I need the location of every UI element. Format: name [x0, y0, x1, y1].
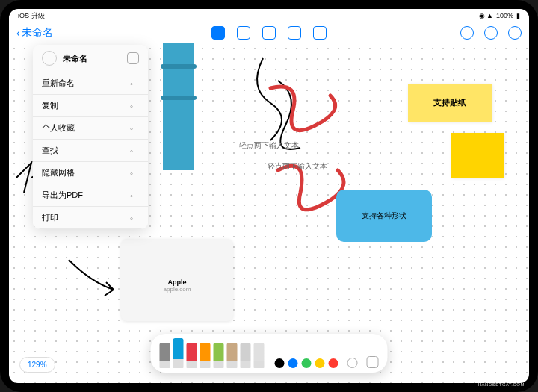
color-picker-icon[interactable] [347, 358, 358, 368]
board-title: 未命名 [22, 26, 53, 40]
battery-text: 100% [496, 12, 513, 19]
status-bar: iOS 升级 ◉ ▲ 100% ▮ [9, 9, 529, 22]
board-header: ‹ 未命名 [9, 22, 529, 43]
dock-more-icon[interactable] [367, 356, 379, 368]
menu-title: 未命名 [63, 53, 121, 64]
header-tools [211, 26, 327, 40]
menu-item-print[interactable]: 打印◦ [33, 207, 148, 229]
pen-tool-3[interactable] [200, 343, 211, 368]
wifi-icon: ◉ ▲ [479, 12, 493, 19]
media-tool-icon[interactable] [313, 26, 327, 40]
tablet-frame: iOS 升级 ◉ ▲ 100% ▮ ‹ 未命名 [0, 0, 538, 392]
watermark: Handset Cat HANDSETCAT.COM [478, 376, 525, 388]
menu-share-icon[interactable] [127, 52, 139, 64]
color-swatch-0[interactable] [275, 358, 285, 368]
color-swatch-4[interactable] [329, 358, 338, 368]
menu-item-heart[interactable]: 个人收藏◦ [33, 117, 148, 140]
pen-tool-7[interactable] [254, 343, 265, 368]
pen-tool-1[interactable] [173, 338, 184, 368]
compose-icon[interactable] [508, 26, 522, 40]
share-icon[interactable] [484, 26, 498, 40]
menu-item-pencil[interactable]: 重新命名◦ [33, 72, 148, 95]
color-row [275, 358, 338, 368]
pen-tool-6[interactable] [241, 343, 251, 368]
shape-box[interactable]: 支持各种形状 [336, 190, 432, 242]
pen-tool-5[interactable] [227, 343, 238, 368]
more-icon[interactable] [460, 26, 474, 40]
pen-tool-0[interactable] [160, 343, 170, 368]
sticky-tool-icon[interactable] [237, 26, 250, 40]
header-right [460, 26, 522, 40]
link-subtitle: apple.com [164, 286, 191, 293]
bamboo-drawing [163, 43, 194, 170]
color-swatch-2[interactable] [302, 358, 312, 368]
pen-tool-4[interactable] [214, 343, 224, 368]
context-menu: 未命名 重新命名◦复制◦个人收藏◦查找◦隐藏网格◦导出为PDF◦打印◦ [33, 45, 148, 229]
battery-icon: ▮ [516, 12, 520, 19]
menu-item-export[interactable]: 导出为PDF◦ [33, 184, 148, 207]
copy-icon: ◦ [130, 102, 139, 111]
draw-tool-icon[interactable] [211, 26, 225, 40]
link-card[interactable]: Apple apple.com [121, 239, 233, 321]
zoom-indicator[interactable]: 129% [19, 357, 55, 373]
chevron-left-icon: ‹ [16, 27, 20, 39]
link-title: Apple [167, 279, 186, 286]
grid-icon: ◦ [130, 169, 139, 178]
menu-header: 未命名 [33, 45, 148, 72]
pen-tool-2[interactable] [187, 343, 197, 368]
back-button[interactable]: ‹ 未命名 [16, 26, 53, 40]
tool-dock [151, 334, 388, 373]
board-avatar-icon [42, 51, 57, 66]
shape-tool-icon[interactable] [288, 26, 301, 40]
text-tool-icon[interactable] [262, 26, 276, 40]
text-hint-2[interactable]: 轻点两下输入文本 [268, 161, 327, 172]
menu-item-copy[interactable]: 复制◦ [33, 95, 148, 117]
print-icon: ◦ [130, 214, 139, 223]
status-left: iOS 升级 [18, 11, 45, 21]
sticky-note-1[interactable]: 支持贴纸 [408, 84, 492, 122]
export-icon: ◦ [130, 191, 139, 200]
menu-item-grid[interactable]: 隐藏网格◦ [33, 162, 148, 184]
menu-item-search[interactable]: 查找◦ [33, 140, 148, 162]
screen: iOS 升级 ◉ ▲ 100% ▮ ‹ 未命名 [9, 9, 529, 383]
color-swatch-3[interactable] [315, 358, 325, 368]
pencil-icon: ◦ [130, 79, 139, 88]
status-right: ◉ ▲ 100% ▮ [479, 12, 520, 19]
color-swatch-1[interactable] [288, 358, 298, 368]
text-hint-1[interactable]: 轻点两下输入文本 [239, 140, 299, 151]
search-icon: ◦ [130, 146, 139, 155]
heart-icon: ◦ [130, 124, 139, 133]
sticky-note-2[interactable] [451, 133, 504, 178]
